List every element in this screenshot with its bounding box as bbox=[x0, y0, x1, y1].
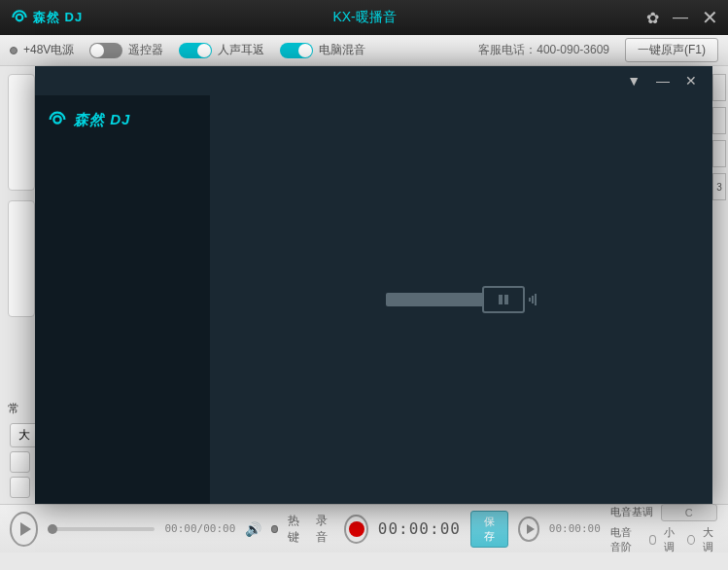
right-tab-3[interactable]: 3 bbox=[712, 173, 726, 200]
overlay-header: ▼ — ✕ bbox=[35, 66, 712, 95]
preset-button-empty1[interactable] bbox=[10, 451, 30, 473]
voice-return-label: 人声耳返 bbox=[218, 42, 264, 58]
onekey-original-button[interactable]: 一键原声(F1) bbox=[625, 38, 718, 62]
overlay-dropdown-icon[interactable]: ▼ bbox=[627, 73, 641, 89]
right-tab[interactable] bbox=[712, 107, 726, 134]
remote-toggle[interactable] bbox=[89, 43, 122, 58]
right-panel: 3 bbox=[712, 74, 726, 206]
remote-toggle-group: 遥控器 bbox=[89, 42, 163, 58]
play-button[interactable] bbox=[10, 512, 38, 547]
logo-text: 森然 DJ bbox=[33, 9, 83, 26]
overlay-logo: 森然 DJ bbox=[47, 109, 198, 130]
dial-2[interactable] bbox=[8, 200, 35, 317]
title-bar: 森然 DJ KX-暖播音 ✿ — ✕ bbox=[0, 0, 728, 35]
usb-icon bbox=[386, 286, 537, 313]
bottom-bar: 00:00/00:00 🔊 热键 录音 00:00:00 保存 00:00:00… bbox=[0, 504, 728, 552]
logo-icon bbox=[10, 8, 29, 27]
overlay-minimize-icon[interactable]: — bbox=[656, 73, 670, 89]
overlay-logo-text: 森然 DJ bbox=[74, 111, 130, 129]
right-tab[interactable] bbox=[712, 140, 726, 167]
tune-title: 电音基调 bbox=[610, 505, 653, 519]
record-time: 00:00:00 bbox=[378, 519, 461, 538]
overlay-sidebar: 森然 DJ bbox=[35, 95, 210, 504]
hotkey-label: 热键 bbox=[288, 513, 306, 546]
left-panel bbox=[8, 74, 35, 327]
save-button[interactable]: 保存 bbox=[470, 511, 508, 548]
pc-mix-label: 电脑混音 bbox=[319, 42, 365, 58]
minimize-icon[interactable]: — bbox=[673, 9, 688, 26]
play-icon bbox=[527, 524, 535, 534]
phantom-power: +48V电源 bbox=[10, 42, 74, 58]
remote-label: 遥控器 bbox=[128, 42, 163, 58]
major-radio[interactable] bbox=[687, 535, 695, 545]
close-icon[interactable]: ✕ bbox=[702, 6, 718, 29]
preset-button-empty2[interactable] bbox=[10, 477, 30, 498]
toolbar: +48V电源 遥控器 人声耳返 电脑混音 客服电话：400-090-3609 一… bbox=[0, 35, 728, 66]
overlay-close-icon[interactable]: ✕ bbox=[685, 73, 697, 89]
tune-scale-label: 电音音阶 bbox=[610, 525, 641, 554]
record-label: 录音 bbox=[316, 513, 334, 546]
voice-return-toggle-group: 人声耳返 bbox=[179, 42, 264, 58]
overlay-main bbox=[210, 95, 712, 504]
power-led-icon bbox=[10, 47, 17, 54]
pc-mix-toggle[interactable] bbox=[280, 43, 313, 58]
support-phone: 客服电话：400-090-3609 bbox=[478, 42, 609, 58]
playback-time: 00:00/00:00 bbox=[164, 522, 235, 535]
power-label: +48V电源 bbox=[23, 42, 74, 58]
minor-label: 小调 bbox=[664, 525, 679, 554]
minor-radio[interactable] bbox=[649, 535, 657, 545]
overlay-body: 森然 DJ bbox=[35, 95, 712, 504]
settings-icon[interactable]: ✿ bbox=[646, 9, 659, 27]
record-icon bbox=[349, 521, 364, 537]
tune-key-dropdown[interactable]: C bbox=[661, 504, 717, 521]
app-logo: 森然 DJ bbox=[10, 8, 83, 27]
major-label: 大调 bbox=[703, 525, 718, 554]
volume-icon[interactable]: 🔊 bbox=[245, 521, 261, 537]
playback-slider[interactable] bbox=[48, 527, 155, 531]
hotkey-led-icon bbox=[271, 525, 278, 533]
device-overlay: ▼ — ✕ 森然 DJ bbox=[35, 66, 712, 504]
dial-1[interactable] bbox=[8, 74, 35, 191]
tune-section: 电音基调 C 电音音阶 小调 大调 bbox=[610, 504, 718, 554]
window-title: KX-暖播音 bbox=[83, 9, 646, 26]
play-recording-button[interactable] bbox=[518, 517, 538, 542]
recording-playback-time: 00:00:00 bbox=[549, 522, 601, 535]
play-icon bbox=[20, 522, 31, 536]
window-controls: ✿ — ✕ bbox=[646, 6, 718, 29]
record-button[interactable] bbox=[344, 515, 368, 544]
right-tab[interactable] bbox=[712, 74, 726, 101]
pc-mix-toggle-group: 电脑混音 bbox=[280, 42, 365, 58]
logo-icon bbox=[47, 109, 68, 130]
voice-return-toggle[interactable] bbox=[179, 43, 212, 58]
